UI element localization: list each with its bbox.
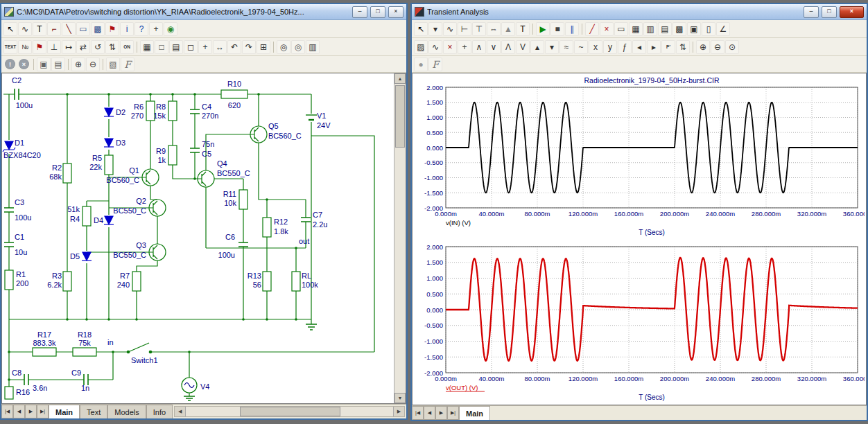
picture-tool-icon[interactable]: ▩ <box>91 22 105 36</box>
title-block-icon[interactable]: ▤ <box>169 40 183 54</box>
zoom-out-icon[interactable]: ⊖ <box>711 40 724 54</box>
watch-window-icon[interactable]: ▩ <box>672 22 686 36</box>
grid-options-icon[interactable]: ▦ <box>140 40 154 54</box>
component-label[interactable]: 75k <box>78 339 91 347</box>
vertical-scrollbar[interactable]: ▲ ▼ <box>394 73 406 403</box>
source-v4[interactable] <box>182 378 197 393</box>
tab-main[interactable]: Main <box>49 405 80 418</box>
tab-scroll-button-3[interactable]: ▶| <box>447 406 459 420</box>
component-label[interactable]: 100u <box>16 101 33 109</box>
component-label[interactable]: Q2 <box>136 197 146 205</box>
component-label[interactable]: R1 <box>16 270 26 279</box>
tab-scroll-button-2[interactable]: ▶ <box>435 406 447 420</box>
component-label[interactable]: 56 <box>253 281 261 289</box>
data-grid-icon[interactable]: ▥ <box>643 22 657 36</box>
flag-stamp-icon[interactable]: ⚑ <box>33 40 46 54</box>
hscroll-left-button[interactable]: ◀ <box>175 407 186 416</box>
pause-button-icon[interactable]: ∥ <box>565 22 579 36</box>
component-label[interactable]: R5 <box>92 154 102 162</box>
component-label[interactable]: R4 <box>70 215 80 223</box>
component-label[interactable]: 51k <box>67 205 80 213</box>
transient-plot-vout[interactable]: 2.0001.5001.0000.5000.000-0.500-1.000-1.… <box>414 240 865 405</box>
component-label[interactable]: 100u <box>218 251 235 259</box>
scroll-down-button[interactable]: ▼ <box>394 393 406 403</box>
zoom-out-icon[interactable]: ⊖ <box>86 58 100 71</box>
power-label-icon[interactable]: P' <box>661 40 675 54</box>
component-label[interactable]: BZX84C20 <box>3 151 41 159</box>
animate-tool-icon[interactable]: ▲ <box>501 22 515 36</box>
zoom-box-icon[interactable]: ⊞ <box>257 40 270 54</box>
copy-page-icon[interactable]: ▤ <box>51 58 65 71</box>
component-label[interactable]: Q4 <box>217 159 227 168</box>
vertical-tag-icon[interactable]: ⊤ <box>472 22 486 36</box>
resistors[interactable] <box>5 90 300 399</box>
graphics-tool-icon[interactable]: ▭ <box>76 22 90 36</box>
component-label[interactable]: 270n <box>202 112 218 120</box>
border-toggle-icon[interactable]: □ <box>155 40 168 54</box>
component-label[interactable]: R12 <box>274 218 288 226</box>
cursor-select-icon[interactable]: + <box>458 40 471 54</box>
component-label[interactable]: 24V <box>317 121 331 130</box>
pin-numbers-icon[interactable]: № <box>18 40 32 54</box>
close-button[interactable]: × <box>388 6 403 18</box>
component-label[interactable]: Q1 <box>129 166 139 175</box>
top-marker-icon[interactable]: ▴ <box>530 40 544 54</box>
window-tile-icon[interactable]: ▥ <box>306 40 320 54</box>
go-to-y-icon[interactable]: y <box>603 40 617 54</box>
font-icon[interactable]: F <box>428 58 442 71</box>
minimize-button[interactable]: – <box>352 6 367 18</box>
component-label[interactable]: 1n <box>81 384 89 392</box>
component-label[interactable]: BC560_C <box>106 176 139 184</box>
component-label[interactable]: C3 <box>15 198 24 206</box>
wire-tool-icon[interactable]: ⌐ <box>47 22 61 36</box>
panel-grid-icon[interactable]: ▦ <box>629 22 643 36</box>
component-label[interactable]: 1k <box>157 156 166 164</box>
component-label[interactable]: 10u <box>15 248 27 256</box>
select-region-icon[interactable]: ◻ <box>184 40 198 54</box>
next-valley-icon[interactable]: ∨ <box>487 40 501 54</box>
component-label[interactable]: 883.3k <box>33 339 56 347</box>
scroll-up-button[interactable]: ▲ <box>394 73 406 84</box>
component-label[interactable]: V4 <box>200 382 209 391</box>
maximize-button[interactable]: □ <box>822 6 837 18</box>
text-stamp-icon[interactable]: TEXT <box>3 40 17 54</box>
info-badge-icon[interactable]: ! <box>5 59 15 69</box>
flag-tool-icon[interactable]: ⚑ <box>105 22 119 36</box>
next-peak-icon[interactable]: ∧ <box>472 40 486 54</box>
component-label[interactable]: in <box>107 338 114 346</box>
component-label[interactable]: C9 <box>71 369 81 377</box>
component-label[interactable]: 100u <box>15 213 31 222</box>
tab-scroll-button-0[interactable]: |◀ <box>1 405 13 418</box>
find-next-icon[interactable]: ◎ <box>291 40 305 54</box>
tab-scroll-button-0[interactable]: |◀ <box>412 406 424 420</box>
run-button-icon[interactable]: ▶ <box>536 22 550 36</box>
component-label[interactable]: R2 <box>52 164 62 172</box>
global-low-icon[interactable]: ~ <box>574 40 588 54</box>
text-tool-icon[interactable]: T <box>33 22 46 36</box>
select-tool-icon[interactable]: ↖ <box>414 22 428 36</box>
component-label[interactable]: D4 <box>94 216 103 224</box>
component-label[interactable]: BC550_C <box>113 206 146 215</box>
panel-plot-icon[interactable]: ▭ <box>614 22 628 36</box>
performance-tag-icon[interactable]: ⇔ <box>487 22 501 36</box>
add-curve-icon[interactable]: ∿ <box>428 40 442 54</box>
tab-scroll-button-2[interactable]: ▶ <box>25 405 37 418</box>
redo-icon[interactable]: ↷ <box>242 40 256 54</box>
slope-tool-icon[interactable]: ∠ <box>716 22 730 36</box>
component-label[interactable]: C1 <box>15 233 24 241</box>
component-label[interactable]: BC550_C <box>217 169 250 177</box>
split-view-icon[interactable]: ▯ <box>702 22 715 36</box>
component-label[interactable]: RL <box>302 272 311 280</box>
toggle-on-icon[interactable]: ON <box>120 40 134 54</box>
analysis-titlebar[interactable]: Transient Analysis – □ × <box>412 4 867 20</box>
component-label[interactable]: BC550_C <box>113 251 146 259</box>
component-label[interactable]: 15k <box>153 112 166 120</box>
info-tool-icon[interactable]: i <box>120 22 134 36</box>
vscroll-thumb[interactable] <box>395 85 405 148</box>
goto-flag-icon[interactable]: ↦ <box>62 40 76 54</box>
component-label[interactable]: C5 <box>202 150 211 158</box>
undo-icon[interactable]: ↶ <box>227 40 241 54</box>
tab-info[interactable]: Info <box>146 405 173 418</box>
legend-label[interactable]: v(IN) (V) <box>446 219 471 227</box>
numeric-list-icon[interactable]: ▤ <box>658 22 672 36</box>
